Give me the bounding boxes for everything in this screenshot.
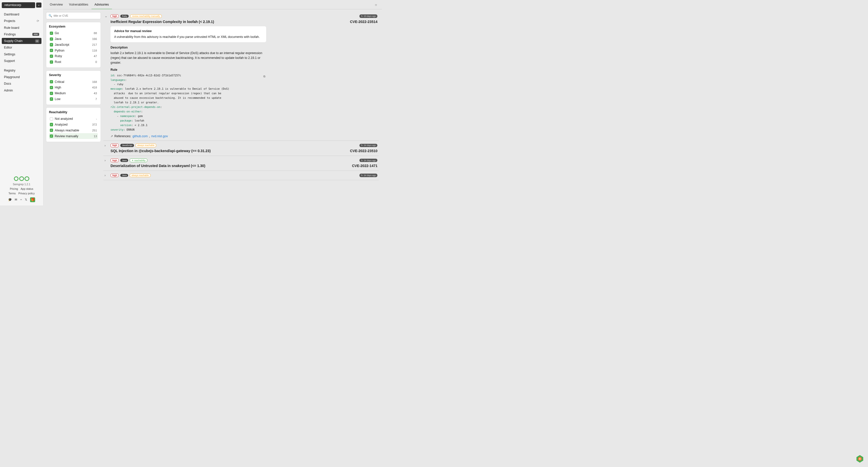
sidebar-item-support[interactable]: Support (2, 58, 41, 64)
twitter-icon[interactable]: 𝕏 (25, 198, 27, 201)
description-text: loofah 2.x before 2.19.1 is vulnerable t… (111, 51, 266, 65)
cve-id: CVE-2022-23510 (350, 149, 378, 153)
gift-icon[interactable]: 🎁 (30, 197, 35, 202)
filter-reachability: Reachability ✓Not analyzed-✓Analyzed372✓… (46, 107, 101, 142)
sidebar-item-editor[interactable]: Editor (2, 44, 41, 51)
rule-code: ⧉id: ssc-7fd684fc-602e-4c13-82d2-371b1a5… (111, 73, 266, 132)
advisory-list: ⌄highRubyreview reachability manually↻23… (103, 9, 382, 206)
filter-row[interactable]: ✓Always reachable251 (49, 127, 98, 133)
filter-label: Not analyzed (55, 117, 73, 121)
nav-label: Dashboard (4, 13, 19, 16)
checkbox[interactable]: ✓ (50, 55, 53, 58)
sidebar-item-findings[interactable]: Findings466 (2, 31, 41, 38)
language-badge: Java (120, 159, 128, 162)
filter-row[interactable]: ✓Not analyzed- (49, 116, 98, 122)
copy-icon[interactable]: ⧉ (264, 74, 266, 79)
filter-row[interactable]: ✓Java166 (49, 36, 98, 42)
privacy-link[interactable]: Privacy policy (19, 192, 35, 195)
chevron-right-icon[interactable]: › (105, 144, 109, 147)
reachability-badge: always reachable (130, 174, 150, 177)
filter-row[interactable]: ✓Ruby47 (49, 53, 98, 59)
search-box[interactable]: 🔍 (46, 12, 101, 19)
filter-label: Analyzed (55, 123, 68, 126)
filter-label: Ruby (55, 54, 62, 58)
chevron-right-icon[interactable]: › (105, 158, 109, 162)
app-status-link[interactable]: App status (21, 187, 33, 190)
slack-icon[interactable]: 𝄐 (20, 198, 22, 201)
cve-id: CVE-2022-23514 (350, 20, 378, 24)
pricing-link[interactable]: Pricing (10, 187, 18, 190)
filter-count: - (96, 117, 97, 120)
checkbox[interactable]: ✓ (50, 37, 53, 41)
advisory-item: ›highJavaScriptalways reachable↻24 days … (103, 141, 379, 156)
tab-overview[interactable]: Overview (47, 0, 66, 9)
checkbox[interactable]: ✓ (50, 60, 53, 64)
filter-count: 0 (95, 60, 97, 63)
filter-title: Severity (49, 73, 98, 77)
tabs: Overview Vulnerabilities Advisories ☼ (43, 0, 382, 9)
checkbox[interactable]: ✓ (50, 97, 53, 100)
filter-row[interactable]: ✓Critical168 (49, 79, 98, 85)
filter-row[interactable]: ✓JavaScript217 (49, 42, 98, 48)
sidebar-item-projects[interactable]: Projects⟳ (2, 18, 41, 24)
time-badge: ↻24 days ago (360, 159, 378, 162)
checkbox[interactable]: ✓ (50, 49, 53, 52)
sidebar-item-playground[interactable]: Playground (2, 74, 41, 80)
checkbox[interactable]: ✓ (50, 80, 53, 84)
reachability-badge: ✦reachability (130, 158, 147, 162)
checkbox[interactable]: ✓ (50, 43, 53, 46)
checkbox[interactable]: ✓ (50, 129, 53, 132)
checkbox[interactable]: ✓ (50, 117, 53, 121)
filter-count: 88 (94, 32, 97, 35)
advice-box: Advice for manual reviewA vulnerability … (111, 26, 266, 42)
filter-row[interactable]: ✓Python118 (49, 48, 98, 53)
chevron-down-icon[interactable]: ⌄ (105, 14, 109, 18)
advice-text: A vulnerability from this advisory is re… (114, 35, 262, 39)
checkbox[interactable]: ✓ (50, 123, 53, 126)
mail-icon[interactable]: ✉ (15, 198, 17, 201)
checkbox[interactable]: ✓ (50, 32, 53, 35)
filter-row[interactable]: ✓Analyzed372 (49, 122, 98, 128)
sidebar-item-dashboard[interactable]: Dashboard (2, 11, 41, 18)
sidebar-item-rule-board[interactable]: Rule board (2, 25, 41, 31)
filter-count: 418 (92, 86, 97, 89)
description-title: Description (111, 46, 266, 49)
filter-row[interactable]: ✓Low7 (49, 96, 98, 102)
secondary-nav: RegistryPlaygroundDocsAdmin (2, 67, 41, 93)
nav-label: Registry (4, 69, 16, 72)
filter-row[interactable]: ✓Review manually13 (49, 133, 98, 139)
checkbox[interactable]: ✓ (50, 86, 53, 89)
reference-link[interactable]: github.com (132, 134, 148, 138)
tab-advisories[interactable]: Advisories (92, 0, 112, 9)
version-label: Semgrep 1.2.1 (13, 183, 30, 186)
sidebar-item-supply-chain[interactable]: Supply Chain8 (2, 38, 41, 44)
sidebar-item-admin[interactable]: Admin (2, 87, 41, 94)
checkbox[interactable]: ✓ (50, 92, 53, 95)
severity-badge: high (111, 174, 119, 177)
collapse-sidebar-button[interactable]: « (36, 3, 41, 7)
sidebar-item-docs[interactable]: Docs (2, 81, 41, 87)
filter-title: Ecosystem (49, 25, 98, 28)
filter-row[interactable]: ✓Medium43 (49, 90, 98, 96)
search-input[interactable] (54, 14, 98, 17)
org-name[interactable]: returntocorp (2, 2, 35, 8)
sidebar-item-settings[interactable]: Settings (2, 51, 41, 57)
filter-row[interactable]: ✓Rust0 (49, 59, 98, 65)
theme-toggle-icon[interactable]: ☼ (373, 1, 379, 7)
nav-badge: 8 (35, 39, 39, 43)
sidebar: returntocorp « DashboardProjects⟳Rule bo… (0, 0, 43, 206)
graduation-icon[interactable]: 🎓 (8, 198, 12, 201)
filter-severity: Severity ✓Critical168✓High418✓Medium43✓L… (46, 70, 101, 105)
filter-row[interactable]: ✓High418 (49, 85, 98, 90)
chevron-right-icon[interactable]: › (105, 173, 109, 177)
sidebar-item-registry[interactable]: Registry (2, 67, 41, 73)
tab-vulnerabilities[interactable]: Vulnerabilities (66, 0, 92, 9)
nav-badge: 466 (32, 33, 39, 36)
checkbox[interactable]: ✓ (50, 134, 53, 138)
reference-link[interactable]: nvd.nist.gov (151, 134, 168, 138)
filter-count: 166 (92, 37, 97, 40)
terms-link[interactable]: Terms (8, 192, 16, 195)
advisory-title: Inefficient Regular Expression Complexit… (111, 20, 347, 24)
filter-row[interactable]: ✓Go88 (49, 30, 98, 36)
filter-count: 372 (92, 123, 97, 126)
